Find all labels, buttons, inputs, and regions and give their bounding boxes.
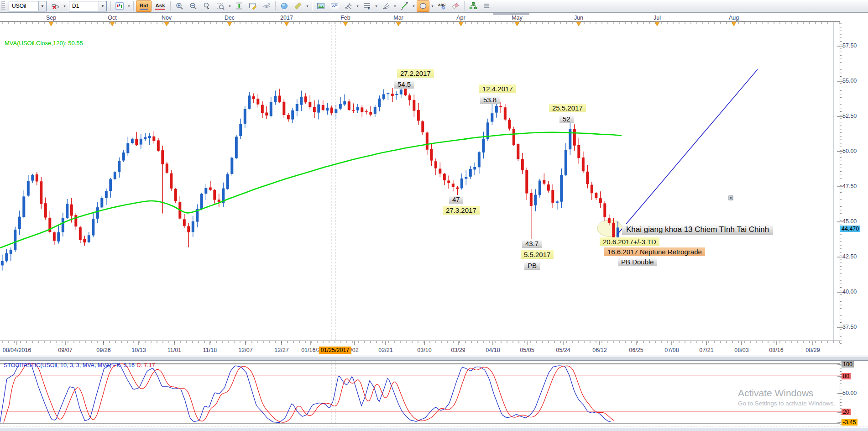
toolbar-grip[interactable] [1,1,5,11]
month-label: Jun [574,15,583,21]
month-ruler [0,22,840,26]
chevron-down-icon[interactable]: ▾ [356,4,360,8]
annotation-label[interactable]: 12.4.2017 [479,84,516,93]
symbol-combo[interactable]: USOil▼ [9,1,47,11]
annotation-label[interactable]: 54.5 [394,80,414,89]
chart-type-icon[interactable] [113,0,126,12]
chevron-down-icon[interactable]: ▾ [228,4,232,8]
date-label: 03/29 [451,347,465,353]
date-label: 05/05 [520,347,534,353]
date-label: 02/21 [378,347,392,353]
ellipse-tool-icon[interactable] [417,0,429,12]
eye-icon[interactable] [260,0,273,12]
chevron-down-icon[interactable]: ▾ [430,4,434,8]
month-marker [343,22,348,26]
chevron-down-icon[interactable]: ▼ [38,1,46,11]
indicator-window-icon[interactable] [328,0,341,12]
highlighted-date-label[interactable]: 01/25/2017 [319,347,351,354]
month-marker [164,22,169,26]
stochastic-axis-label: 20 [842,409,851,415]
ask-button[interactable]: Ask [152,0,168,12]
angle-lines-icon[interactable] [379,0,392,12]
chevron-down-icon[interactable]: ▾ [305,4,309,8]
structure-icon[interactable] [467,0,480,12]
date-ruler [0,341,840,346]
annotation-label[interactable]: Khai giang khoa 13 Chiem TInh Tai Chinh [622,224,773,235]
price-axis-label: 57.50 [842,42,857,49]
chevron-down-icon[interactable]: ▾ [393,4,397,8]
chevron-down-icon[interactable]: ▾ [127,4,131,8]
chevron-down-icon[interactable]: ▾ [374,4,378,8]
month-label: Jul [654,15,661,21]
price-axis-label: 55.00 [842,78,857,84]
chevron-down-icon[interactable]: ▾ [63,4,67,8]
chart-toolbar: USOil▼▾D1▼▾BidAsk▾▾▾F▾▾▾▾ABC [0,0,868,12]
eraser-icon[interactable] [449,0,462,12]
symbol-combo-value: USOil [9,3,38,9]
zoom-in-icon[interactable] [173,0,186,12]
bid-button[interactable]: Bid [136,0,152,12]
date-label: 08/04/2016 [3,347,31,353]
stochastic-panel[interactable] [0,360,868,426]
chart-area[interactable]: SepOctNovDec2017FebMarAprMayJunJulAug08/… [0,12,868,431]
edit-window-icon[interactable] [246,0,259,12]
trendline-annotation[interactable] [617,69,758,235]
month-marker [110,22,115,26]
stochastic-k-line [0,364,611,423]
annotation-label[interactable]: PB Double [618,258,657,266]
sphere-icon[interactable] [278,0,291,12]
month-label: Dec [225,15,235,21]
month-label: Feb [340,15,350,21]
zoom-cursor-icon[interactable] [200,0,213,12]
price-axis-label: 37.50 [842,324,857,330]
month-marker [49,22,53,26]
stochastic-d-line [4,364,614,423]
draw-line-icon[interactable] [398,0,411,12]
month-label: Nov [162,15,172,21]
month-marker [227,22,232,26]
toolbar-separator [133,1,134,11]
price-axis-label: 45.00 [842,218,857,225]
annotation-label[interactable]: 53.8 [480,95,500,104]
chevron-down-icon[interactable]: ▼ [99,1,106,11]
annotation-label[interactable]: 25.5.2017 [549,104,586,112]
zoom-box-icon[interactable] [214,0,227,12]
text-tool-icon[interactable]: ABC [435,0,448,12]
trading-station-window: USOil▼▾D1▼▾BidAsk▾▾▾F▾▾▾▾ABC SepOctNovDe… [0,0,868,431]
scrollbar-thumb[interactable] [493,13,529,15]
date-label: 12/27 [274,347,288,353]
annotation-label[interactable]: 43.7 [522,239,542,248]
current-price-badge: 44.470 [840,226,860,232]
annotation-label[interactable]: 16.6.2017 Neptune Retrograde [604,247,705,256]
date-label: 10/13 [131,347,146,353]
ask-button-label: Ask [155,3,165,10]
svg-text:ABC: ABC [438,3,446,7]
period-combo[interactable]: D1▼ [69,1,107,11]
stochastic-d-value: D: 7.17 [136,362,155,368]
month-marker [732,22,736,26]
annotation-label[interactable]: 52 [559,115,574,123]
zoom-out-icon[interactable] [187,0,199,12]
month-marker [655,22,659,26]
image-icon[interactable] [314,0,327,12]
list-menu-icon[interactable] [481,0,493,12]
price-axis-label: 50.00 [842,148,857,154]
unlink-icon[interactable] [49,0,62,12]
annotation-label[interactable]: 47 [449,195,463,204]
annotation-label[interactable]: 5.5.2017 [521,250,554,259]
annotation-label[interactable]: 20.6.2017+/-3 TD [600,237,659,246]
price-axis-label: 42.50 [842,253,857,260]
ruler-icon[interactable] [292,0,304,12]
date-label: 12/07 [238,347,252,353]
annotation-label[interactable]: 27.2.2017 [397,69,434,78]
toolbar-separator [170,1,171,11]
month-label: Oct [108,15,116,21]
chevron-down-icon[interactable]: ▾ [412,4,416,8]
annotation-label[interactable]: PB [524,261,540,270]
toolbar-separator [110,1,111,11]
fit-vertical-icon[interactable] [233,0,246,12]
annotation-label[interactable]: 27.3.2017 [443,206,480,215]
date-label: 08/03 [734,347,748,353]
pitchfork-icon[interactable] [342,0,355,12]
fib-lines-icon[interactable]: F [361,0,373,12]
